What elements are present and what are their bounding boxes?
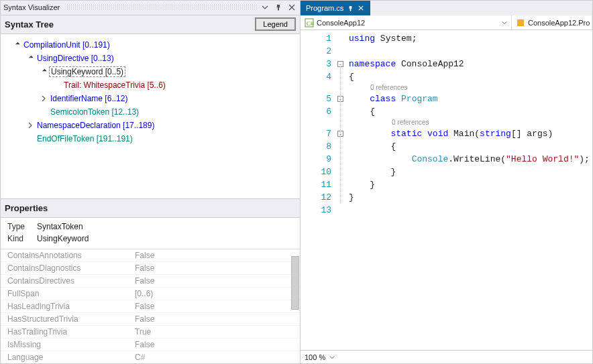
tree-node-label: CompilationUnit [0..191): [22, 40, 111, 50]
pin-icon[interactable]: [273, 2, 284, 13]
titlebar-grip[interactable]: [66, 4, 257, 11]
tree-node[interactable]: IdentifierName [6..12): [3, 92, 297, 105]
expand-arrow-down-icon[interactable]: [13, 41, 21, 49]
property-name: Language: [1, 353, 135, 362]
code-line[interactable]: [349, 45, 592, 58]
property-name: HasLeadingTrivia: [1, 302, 135, 311]
chevron-down-icon[interactable]: [329, 353, 335, 361]
property-name: FullSpan: [1, 289, 135, 298]
scrollbar-thumb[interactable]: [291, 256, 299, 310]
prop-kind-value: UsingKeyword: [37, 233, 89, 245]
code-line[interactable]: {: [349, 140, 592, 153]
line-number: 11: [301, 178, 331, 191]
tree-node-label: UsingDirective [0..13): [36, 54, 115, 63]
property-row[interactable]: LanguageC#: [1, 351, 300, 363]
code-text[interactable]: using System;namespace ConsoleApp12{0 re…: [349, 32, 592, 350]
code-line[interactable]: {: [349, 70, 592, 83]
property-row[interactable]: HasLeadingTriviaFalse: [1, 300, 300, 313]
line-number: 1: [301, 32, 331, 45]
tree-node-label: SemicolonToken [12..13): [49, 107, 140, 117]
zoom-level[interactable]: 100 %: [305, 353, 325, 361]
close-icon[interactable]: [286, 2, 297, 13]
line-number: 10: [301, 166, 331, 178]
line-number: 8: [301, 140, 331, 153]
close-icon[interactable]: [357, 5, 365, 11]
svg-rect-2: [517, 19, 524, 26]
tree-node-label: UsingKeyword [0..5): [49, 66, 125, 77]
syntax-tree-title: Syntax Tree: [5, 19, 54, 29]
property-value: False: [135, 276, 300, 286]
code-line[interactable]: Console.WriteLine("Hello World!");: [349, 153, 592, 166]
type-dropdown[interactable]: ConsoleApp12.Pro: [512, 15, 592, 29]
svg-text:C#: C#: [307, 20, 314, 27]
tool-window-title: Syntax Visualizer: [3, 3, 64, 11]
line-number-gutter: 12345678910111213: [301, 32, 337, 350]
code-line[interactable]: static void Main(string[] args): [349, 127, 592, 140]
properties-panel: Type SyntaxToken Kind UsingKeyword Conta…: [1, 218, 300, 363]
dropdown-icon[interactable]: [260, 2, 270, 13]
property-value: False: [135, 314, 300, 324]
code-line[interactable]: }: [349, 178, 592, 191]
tree-node[interactable]: SemicolonToken [12..13): [3, 105, 297, 119]
code-line[interactable]: {: [349, 105, 592, 118]
tree-node[interactable]: Trail: WhitespaceTrivia [5..6): [3, 78, 297, 92]
project-dropdown-label: ConsoleApp12: [317, 19, 365, 27]
code-line[interactable]: [349, 204, 592, 217]
tree-node[interactable]: EndOfFileToken [191..191): [3, 132, 297, 145]
outline-guide: [340, 66, 341, 204]
expand-arrow-down-icon[interactable]: [40, 68, 48, 76]
tree-node[interactable]: UsingKeyword [0..5): [3, 65, 297, 78]
property-row[interactable]: ContainsDiagnosticsFalse: [1, 262, 300, 275]
tree-spacer: [40, 108, 48, 116]
legend-button[interactable]: Legend: [255, 17, 296, 31]
tree-node-label: IdentifierName [6..12): [49, 94, 129, 103]
editor-pane: Program.cs C# ConsoleApp12 ConsoleApp12.…: [301, 0, 593, 364]
tree-node-label: NamespaceDeclaration [17..189): [36, 121, 156, 130]
codelens-references[interactable]: 0 references: [370, 84, 408, 91]
property-value: C#: [135, 353, 300, 362]
property-value: False: [135, 340, 300, 349]
tree-node-label: EndOfFileToken [191..191): [36, 134, 134, 143]
code-line[interactable]: class Program: [349, 93, 592, 105]
project-dropdown[interactable]: C# ConsoleApp12: [301, 15, 512, 29]
tree-node[interactable]: NamespaceDeclaration [17..189): [3, 119, 297, 132]
editor-tab-program[interactable]: Program.cs: [301, 1, 370, 15]
line-number: 3: [301, 58, 331, 70]
outlining-margin[interactable]: ---: [337, 32, 349, 350]
property-row[interactable]: IsMissingFalse: [1, 339, 300, 351]
code-line[interactable]: }: [349, 166, 592, 178]
code-editor[interactable]: 12345678910111213 --- using System;names…: [301, 30, 592, 350]
expand-arrow-down-icon[interactable]: [26, 54, 34, 62]
tree-node-label: Trail: WhitespaceTrivia [5..6): [62, 80, 167, 90]
codelens-references[interactable]: 0 references: [392, 119, 429, 126]
tree-spacer: [26, 135, 34, 143]
property-value: [0..6): [135, 289, 300, 298]
property-row[interactable]: ContainsDirectivesFalse: [1, 275, 300, 288]
syntax-visualizer-panel: Syntax Visualizer Syntax Tree Legend Com…: [0, 0, 301, 364]
tree-node[interactable]: CompilationUnit [0..191): [3, 38, 297, 52]
line-number: 2: [301, 45, 331, 58]
line-number: 13: [301, 204, 331, 217]
code-line[interactable]: using System;: [349, 32, 592, 45]
code-line[interactable]: namespace ConsoleApp12: [349, 58, 592, 70]
code-line[interactable]: }: [349, 191, 592, 204]
property-row[interactable]: HasStructuredTriviaFalse: [1, 313, 300, 326]
property-value: False: [135, 263, 300, 273]
properties-grid[interactable]: ContainsAnnotationsFalseContainsDiagnost…: [1, 249, 300, 363]
prop-type-value: SyntaxToken: [37, 221, 83, 233]
property-value: False: [135, 302, 300, 311]
property-row[interactable]: ContainsAnnotationsFalse: [1, 249, 300, 262]
property-row[interactable]: HasTrailingTriviaTrue: [1, 326, 300, 339]
properties-header: Properties: [1, 199, 300, 218]
prop-kind-label: Kind: [7, 233, 30, 245]
tree-node[interactable]: UsingDirective [0..13): [3, 52, 297, 65]
type-dropdown-label: ConsoleApp12.Pro: [528, 19, 590, 27]
expand-arrow-right-icon[interactable]: [26, 121, 34, 129]
syntax-tree[interactable]: CompilationUnit [0..191)UsingDirective […: [1, 34, 300, 199]
syntax-tree-header: Syntax Tree Legend: [1, 15, 300, 34]
pin-icon[interactable]: [346, 5, 354, 11]
expand-arrow-right-icon[interactable]: [40, 95, 48, 103]
tree-spacer: [53, 81, 61, 89]
property-row[interactable]: FullSpan[0..6): [1, 288, 300, 300]
chevron-down-icon: [502, 19, 507, 27]
